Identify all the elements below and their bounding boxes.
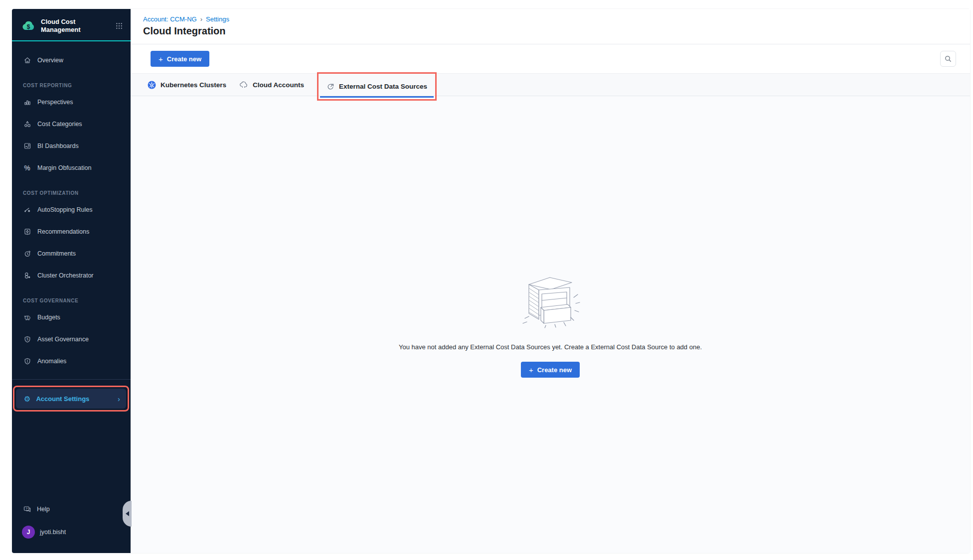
sidebar-item-label: Account Settings <box>36 395 89 403</box>
page-header: Account: CCM-NG › Settings Cloud Integra… <box>131 9 970 44</box>
sidebar-item-cluster-orchestrator[interactable]: Cluster Orchestrator <box>12 265 131 286</box>
create-new-label: Create new <box>537 366 572 374</box>
breadcrumb-settings-link[interactable]: Settings <box>206 15 229 23</box>
tab-cloud-accounts[interactable]: Cloud Accounts <box>239 81 304 89</box>
help-button[interactable]: ? Help <box>12 498 131 520</box>
sidebar-item-recommendations[interactable]: Recommendations <box>12 221 131 243</box>
sidebar-nav: Overview COST REPORTING Perspectives Cos… <box>12 41 131 412</box>
gear-icon: ⚙ <box>24 395 30 403</box>
shapes-icon <box>23 120 31 128</box>
sidebar-item-anomalies[interactable]: Anomalies <box>12 350 131 372</box>
cloud-icon <box>239 81 248 89</box>
sidebar-item-label: Recommendations <box>37 228 89 235</box>
sidebar-item-margin-obfuscation[interactable]: % Margin Obfuscation <box>12 157 131 179</box>
chevron-right-icon: › <box>118 395 120 403</box>
annotation-highlight-external-tab: External Cost Data Sources <box>317 72 437 101</box>
sidebar-item-label: Budgets <box>37 314 60 321</box>
sidebar-item-label: Commitments <box>37 250 76 257</box>
sidebar-item-bi-dashboards[interactable]: BI Dashboards <box>12 135 131 157</box>
piggy-bank-icon: $ <box>23 313 31 321</box>
create-new-button[interactable]: + Create new <box>151 51 209 67</box>
shield-dollar-icon: $ <box>23 335 31 343</box>
tab-label: External Cost Data Sources <box>339 83 427 90</box>
sidebar-item-label: Margin Obfuscation <box>37 164 91 171</box>
autostopping-icon <box>23 206 31 214</box>
svg-text:$: $ <box>27 23 30 30</box>
section-cost-optimization: COST OPTIMIZATION <box>12 188 131 198</box>
tab-bar: Kubernetes Clusters Cloud Accounts <box>131 74 970 96</box>
section-cost-governance: COST GOVERNANCE <box>12 295 131 305</box>
svg-text:?: ? <box>25 507 27 510</box>
cloud-cost-logo-icon: $ <box>21 18 36 33</box>
sidebar-item-asset-governance[interactable]: $ Asset Governance <box>12 328 131 350</box>
empty-drawer-illustration <box>517 272 584 328</box>
brand-header: $ Cloud Cost Management <box>12 9 131 40</box>
sidebar-collapse-handle[interactable] <box>123 501 132 527</box>
sidebar-divider <box>12 379 131 380</box>
sidebar-item-label: Overview <box>37 57 63 64</box>
help-label: Help <box>37 506 50 513</box>
toolbar: + Create new <box>131 44 970 74</box>
annotation-highlight-account-settings: ⚙ Account Settings › <box>13 386 129 412</box>
sidebar-item-perspectives[interactable]: Perspectives <box>12 91 131 113</box>
module-grid-icon[interactable] <box>116 22 123 29</box>
cluster-icon <box>23 272 31 280</box>
help-chat-icon: ? <box>23 505 31 513</box>
bar-chart-icon <box>23 98 31 106</box>
search-icon <box>944 55 952 63</box>
sidebar-footer: ? Help J jyoti.bisht <box>12 498 131 553</box>
home-icon <box>23 56 31 64</box>
breadcrumb: Account: CCM-NG › Settings <box>143 15 956 23</box>
sidebar-item-commitments[interactable]: Commitments <box>12 243 131 265</box>
dashboard-image-icon <box>23 142 31 150</box>
sidebar-item-autostopping-rules[interactable]: AutoStopping Rules <box>12 199 131 221</box>
sidebar-item-account-settings[interactable]: ⚙ Account Settings › <box>16 389 126 409</box>
sidebar-item-label: Perspectives <box>37 99 73 106</box>
external-link-icon <box>326 83 334 91</box>
page-title: Cloud Integration <box>143 25 956 37</box>
breadcrumb-separator-icon: › <box>200 15 202 23</box>
recommendations-icon <box>23 228 31 236</box>
tab-label: Kubernetes Clusters <box>161 81 226 89</box>
plus-icon: + <box>529 366 533 374</box>
empty-create-new-button[interactable]: + Create new <box>521 362 580 378</box>
search-button[interactable] <box>940 51 956 67</box>
section-cost-reporting: COST REPORTING <box>12 80 131 90</box>
svg-text:$: $ <box>26 337 28 341</box>
sidebar-item-label: Asset Governance <box>37 336 89 343</box>
collapse-arrow-icon <box>126 511 129 516</box>
active-tab-underline <box>320 96 434 98</box>
percent-icon: % <box>23 164 31 171</box>
user-menu[interactable]: J jyoti.bisht <box>12 520 131 544</box>
sidebar-item-budgets[interactable]: $ Budgets <box>12 306 131 328</box>
avatar: J <box>22 526 35 539</box>
sidebar-item-label: Anomalies <box>37 358 66 365</box>
breadcrumb-account-link[interactable]: Account: CCM-NG <box>143 15 197 23</box>
clock-arrow-icon <box>23 250 31 258</box>
sidebar-item-label: BI Dashboards <box>37 142 79 149</box>
sidebar-item-label: Cluster Orchestrator <box>37 272 94 279</box>
sidebar: $ Cloud Cost Management Overv <box>12 9 131 553</box>
sidebar-item-overview[interactable]: Overview <box>12 49 131 71</box>
kubernetes-icon <box>148 81 156 89</box>
plus-icon: + <box>159 55 163 63</box>
main-area: Account: CCM-NG › Settings Cloud Integra… <box>131 9 970 553</box>
sidebar-item-label: AutoStopping Rules <box>37 206 93 213</box>
tab-external-cost-data-sources[interactable]: External Cost Data Sources <box>326 83 427 91</box>
sidebar-item-label: Cost Categories <box>37 121 82 128</box>
tab-label: Cloud Accounts <box>253 81 304 89</box>
create-new-label: Create new <box>167 55 201 63</box>
brand-title: Cloud Cost Management <box>41 18 93 34</box>
empty-state-message: You have not added any External Cost Dat… <box>399 343 702 351</box>
empty-state: You have not added any External Cost Dat… <box>399 272 702 378</box>
svg-text:$: $ <box>26 316 28 319</box>
shield-alert-icon <box>23 357 31 365</box>
app-window: $ Cloud Cost Management Overv <box>12 9 970 553</box>
tab-kubernetes-clusters[interactable]: Kubernetes Clusters <box>148 81 226 89</box>
sidebar-item-cost-categories[interactable]: Cost Categories <box>12 113 131 135</box>
content-area: You have not added any External Cost Dat… <box>131 96 970 553</box>
username: jyoti.bisht <box>40 529 66 536</box>
